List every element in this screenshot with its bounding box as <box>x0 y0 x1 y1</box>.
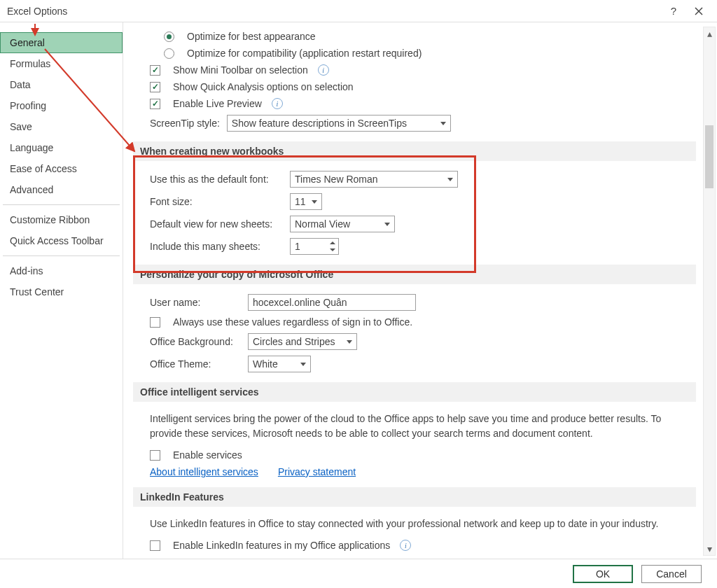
default-view-label: Default view for new sheets: <box>150 218 283 230</box>
office-bg-dropdown[interactable]: Circles and Stripes <box>248 333 357 350</box>
checkbox-icon <box>150 317 160 328</box>
section-personalize: Personalize your copy of Microsoft Offic… <box>133 265 696 284</box>
spinner-buttons[interactable] <box>328 239 337 253</box>
screentip-label: ScreenTip style: <box>150 118 220 129</box>
check-always-use-values[interactable]: Always use these values regardless of si… <box>133 314 696 330</box>
radio-label: Optimize for best appearance <box>187 31 316 42</box>
screentip-row: ScreenTip style: Show feature descriptio… <box>133 112 696 134</box>
dropdown-value: Normal View <box>295 218 350 230</box>
sidebar-item-proofing[interactable]: Proofing <box>0 95 123 116</box>
check-enable-linkedin[interactable]: Enable LinkedIn features in my Office ap… <box>133 537 696 554</box>
link-about-intelligent[interactable]: About intelligent services <box>150 466 258 477</box>
ok-button[interactable]: OK <box>573 565 633 583</box>
input-value: hocexcel.online Quân <box>253 297 347 308</box>
window-title: Excel Options <box>7 6 661 17</box>
check-enable-services[interactable]: Enable services <box>133 447 696 463</box>
default-font-dropdown[interactable]: Times New Roman <box>290 171 458 188</box>
radio-icon <box>164 48 174 59</box>
sheets-count-row: Include this many sheets: 1 <box>133 235 696 258</box>
sidebar-item-trust-center[interactable]: Trust Center <box>0 281 123 302</box>
info-icon[interactable]: i <box>400 540 411 551</box>
scroll-down-arrow[interactable]: ▾ <box>704 542 715 555</box>
titlebar: Excel Options ? <box>0 0 717 22</box>
sidebar-item-quick-access-toolbar[interactable]: Quick Access Toolbar <box>0 230 123 251</box>
intelligent-desc: Intelligent services bring the power of … <box>133 409 696 447</box>
radio-icon <box>164 31 174 42</box>
check-quick-analysis[interactable]: Show Quick Analysis options on selection <box>133 78 696 95</box>
dropdown-value: Times New Roman <box>295 174 378 185</box>
sidebar-item-add-ins[interactable]: Add-ins <box>0 260 123 281</box>
check-label: Show Quick Analysis options on selection <box>173 81 354 92</box>
check-mini-toolbar[interactable]: Show Mini Toolbar on selection i <box>133 62 696 78</box>
sidebar-item-general[interactable]: General <box>0 32 123 53</box>
check-label: Enable services <box>173 449 242 461</box>
sidebar-separator <box>3 255 120 256</box>
scrollbar[interactable]: ▴ ▾ <box>703 27 716 556</box>
sidebar-item-ease-of-access[interactable]: Ease of Access <box>0 158 123 179</box>
font-size-dropdown[interactable]: 11 <box>290 193 322 210</box>
check-label: Always use these values regardless of si… <box>173 316 412 328</box>
section-workbooks: When creating new workbooks <box>133 141 696 161</box>
dialog-footer: OK Cancel <box>0 559 717 588</box>
dropdown-value: 11 <box>295 196 306 207</box>
check-label: Enable LinkedIn features in my Office ap… <box>173 540 390 551</box>
close-icon[interactable] <box>686 0 711 22</box>
office-theme-row: Office Theme: White <box>133 353 696 375</box>
info-icon[interactable]: i <box>272 98 283 109</box>
sidebar-item-save[interactable]: Save <box>0 116 123 137</box>
default-font-label: Use this as the default font: <box>150 174 283 185</box>
content-pane: Optimize for best appearance Optimize fo… <box>133 28 703 559</box>
info-icon[interactable]: i <box>318 64 329 76</box>
font-size-row: Font size: 11 <box>133 190 696 213</box>
help-icon[interactable]: ? <box>661 0 686 22</box>
link-privacy-statement[interactable]: Privacy statement <box>278 466 356 477</box>
sidebar-separator <box>3 204 120 205</box>
username-input[interactable]: hocexcel.online Quân <box>248 294 416 311</box>
checkbox-icon <box>150 450 160 461</box>
screentip-dropdown[interactable]: Show feature descriptions in ScreenTips <box>227 115 451 132</box>
office-theme-dropdown[interactable]: White <box>248 356 311 372</box>
spinner-value: 1 <box>295 241 300 252</box>
sheets-count-label: Include this many sheets: <box>150 241 283 252</box>
office-theme-label: Office Theme: <box>150 358 241 370</box>
intelligent-links: About intelligent services Privacy state… <box>133 463 696 480</box>
scroll-up-arrow[interactable]: ▴ <box>704 27 715 40</box>
default-view-row: Default view for new sheets: Normal View <box>133 213 696 235</box>
scroll-thumb[interactable] <box>705 125 713 188</box>
checkbox-icon <box>150 540 160 551</box>
cancel-button[interactable]: Cancel <box>641 565 702 583</box>
radio-label: Optimize for compatibility (application … <box>187 48 422 59</box>
dropdown-value: Circles and Stripes <box>253 336 335 347</box>
radio-optimize-compat[interactable]: Optimize for compatibility (application … <box>133 45 696 62</box>
sidebar: General Formulas Data Proofing Save Lang… <box>0 22 123 559</box>
font-size-label: Font size: <box>150 196 283 207</box>
check-label: Show Mini Toolbar on selection <box>173 64 308 76</box>
default-font-row: Use this as the default font: Times New … <box>133 168 696 190</box>
section-intelligent: Office intelligent services <box>133 382 696 402</box>
dropdown-value: Show feature descriptions in ScreenTips <box>232 118 407 129</box>
sidebar-item-language[interactable]: Language <box>0 137 123 158</box>
username-row: User name: hocexcel.online Quân <box>133 291 696 314</box>
linkedin-desc: Use LinkedIn features in Office to stay … <box>133 514 696 537</box>
dropdown-value: White <box>253 358 278 370</box>
sidebar-item-advanced[interactable]: Advanced <box>0 179 123 200</box>
office-bg-row: Office Background: Circles and Stripes <box>133 330 696 353</box>
check-live-preview[interactable]: Enable Live Preview i <box>133 95 696 112</box>
checkbox-icon <box>150 65 160 76</box>
sidebar-item-formulas[interactable]: Formulas <box>0 53 123 74</box>
default-view-dropdown[interactable]: Normal View <box>290 216 395 232</box>
checkbox-icon <box>150 99 160 109</box>
check-label: Enable Live Preview <box>173 98 262 109</box>
checkbox-icon <box>150 82 160 92</box>
username-label: User name: <box>150 297 241 308</box>
sidebar-item-customize-ribbon[interactable]: Customize Ribbon <box>0 209 123 230</box>
office-bg-label: Office Background: <box>150 336 241 347</box>
section-linkedin: LinkedIn Features <box>133 487 696 507</box>
sheets-count-spinner[interactable]: 1 <box>290 238 339 255</box>
radio-optimize-best[interactable]: Optimize for best appearance <box>133 28 696 45</box>
sidebar-item-data[interactable]: Data <box>0 74 123 95</box>
